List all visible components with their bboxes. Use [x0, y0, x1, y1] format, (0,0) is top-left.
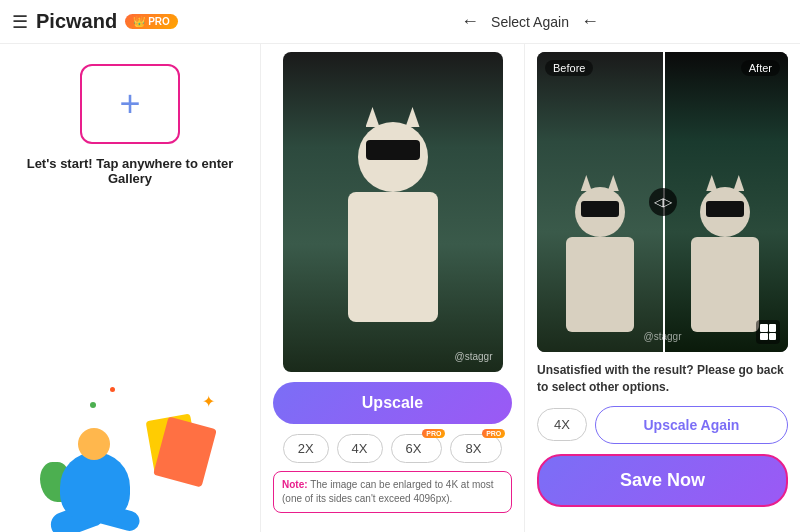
note-text: Note: The image can be enlarged to 4K at… — [273, 471, 512, 513]
illustration: ✦ — [0, 332, 260, 532]
comp-figure-head-after — [700, 187, 750, 237]
original-image: @staggr — [283, 52, 503, 372]
grid-icon[interactable] — [756, 320, 780, 344]
figure-mask — [366, 140, 420, 160]
figure-body — [348, 192, 438, 322]
back-button[interactable]: ← — [461, 11, 479, 32]
comp-mask-before — [581, 201, 619, 217]
header: ☰ Picwand 👑 PRO ← Select Again ← — [0, 0, 800, 44]
gallery-prompt: Let's start! Tap anywhere to enter Galle… — [20, 156, 240, 186]
star-decoration: ✦ — [202, 392, 215, 411]
main-content: + Let's start! Tap anywhere to enter Gal… — [0, 44, 800, 532]
grid-cell-1 — [760, 324, 768, 332]
left-panel: + Let's start! Tap anywhere to enter Gal… — [0, 44, 260, 532]
divider-handle[interactable]: ◁▷ — [649, 188, 677, 216]
pro-tag-6x: PRO — [422, 429, 445, 438]
figure-ear-left — [366, 107, 380, 127]
upscale-button[interactable]: Upscale — [273, 382, 512, 424]
scale-options: 2X 4X 6X PRO 8X PRO — [283, 434, 503, 463]
pro-tag-8x: PRO — [482, 429, 505, 438]
note-label: Note: — [282, 479, 308, 490]
grid-cell-4 — [769, 333, 777, 341]
grid-cell-3 — [760, 333, 768, 341]
comp-mask-after — [706, 201, 744, 217]
after-side — [663, 52, 789, 352]
save-now-button[interactable]: Save Now — [537, 454, 788, 507]
forward-button[interactable]: ← — [581, 11, 599, 32]
person-head — [78, 428, 110, 460]
crown-icon: 👑 — [133, 16, 145, 27]
comp-ear-right-before — [608, 175, 619, 191]
logo: Picwand — [36, 10, 117, 33]
comp-body-before — [566, 237, 634, 332]
action-row: 4X Upscale Again — [537, 406, 788, 444]
result-scale-4x-button[interactable]: 4X — [537, 408, 587, 441]
scale-8x-button[interactable]: 8X PRO — [450, 434, 502, 463]
note-content: The image can be enlarged to 4K at most … — [282, 479, 494, 504]
unsatisfied-text: Unsatisfied with the result? Please go b… — [537, 362, 788, 396]
before-label: Before — [545, 60, 593, 76]
figure-original — [333, 122, 453, 342]
scale-6x-button[interactable]: 6X PRO — [391, 434, 443, 463]
dot-green — [90, 402, 96, 408]
header-middle: ← Select Again ← — [272, 11, 788, 32]
comp-ear-left-before — [581, 175, 592, 191]
plus-icon: + — [119, 83, 140, 125]
watermark-original: @staggr — [455, 351, 493, 362]
dot-orange — [110, 387, 115, 392]
comp-ear-right-after — [733, 175, 744, 191]
person-body — [60, 452, 130, 522]
grid-cell-2 — [769, 324, 777, 332]
pro-badge: 👑 PRO — [125, 14, 178, 29]
comp-ear-left-after — [706, 175, 717, 191]
add-photo-button[interactable]: + — [80, 64, 180, 144]
scale-2x-button[interactable]: 2X — [283, 434, 329, 463]
after-label: After — [741, 60, 780, 76]
menu-icon[interactable]: ☰ — [12, 11, 28, 33]
middle-panel: @staggr Upscale 2X 4X 6X PRO 8X PRO Note… — [260, 44, 525, 532]
select-again-button[interactable]: Select Again — [491, 14, 569, 30]
scale-4x-button[interactable]: 4X — [337, 434, 383, 463]
comp-body-after — [691, 237, 759, 332]
right-panel: ◁▷ Before After @staggr Unsatisfied with… — [525, 44, 800, 532]
watermark-comparison: @staggr — [644, 331, 682, 342]
figure-ear-right — [406, 107, 420, 127]
before-side — [537, 52, 663, 352]
figure-head — [358, 122, 428, 192]
upscale-again-button[interactable]: Upscale Again — [595, 406, 788, 444]
comparison-image: ◁▷ Before After @staggr — [537, 52, 788, 352]
header-left: ☰ Picwand 👑 PRO — [12, 10, 272, 33]
comp-figure-head-before — [575, 187, 625, 237]
